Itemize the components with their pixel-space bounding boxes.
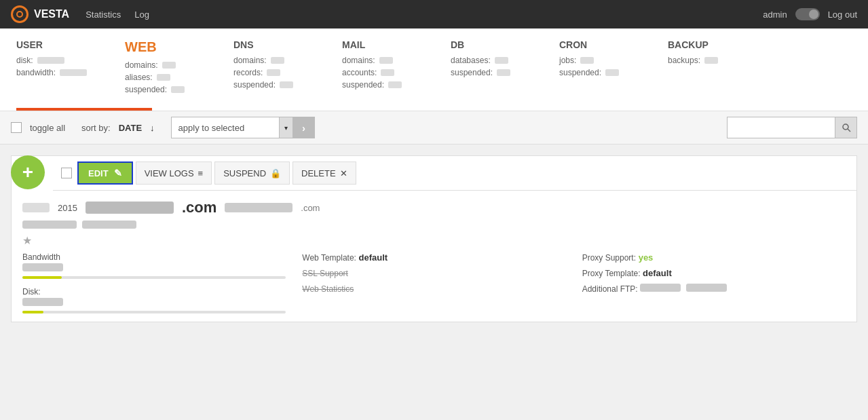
search-icon: [842, 123, 851, 132]
svg-point-1: [843, 124, 848, 130]
stats-mail-suspended: suspended:: [342, 80, 437, 90]
disk-val: [22, 298, 63, 306]
edit-icon: ✎: [114, 168, 122, 178]
viewlogs-button[interactable]: VIEW LOGS ≡: [136, 161, 212, 185]
proxy-template-label: Proxy Template:: [582, 269, 641, 278]
domain-name-blurred: [86, 202, 174, 214]
stats-backup-title: BACKUP: [668, 39, 763, 50]
stats-user: USER disk: bandwidth:: [16, 39, 125, 80]
search-button[interactable]: [835, 117, 857, 138]
nav-link-log[interactable]: Log: [134, 9, 149, 20]
additional-ftp-label: Additional FTP:: [582, 284, 638, 294]
stats-web-suspended-label: suspended:: [125, 85, 167, 94]
apply-dropdown-btn[interactable]: ▾: [280, 117, 293, 138]
stats-web-domains: domains:: [125, 60, 220, 70]
stats-web-suspended-val: [171, 86, 185, 93]
domain-info: 2015 .com .com ★ Bandwidth: [12, 191, 856, 322]
domain-checkbox[interactable]: [61, 168, 72, 178]
stats-user-bandwidth: bandwidth:: [16, 68, 111, 77]
domain-card: EDIT ✎ VIEW LOGS ≡ SUSPEND 🔒 DELETE ✕ 20…: [11, 155, 857, 322]
domain-year: 2015: [58, 203, 77, 213]
stats-user-disk-val: [37, 57, 64, 64]
stats-cron-jobs-val: [580, 57, 594, 64]
bandwidth-label: Bandwidth: [22, 252, 286, 262]
stats-mail-domains-label: domains:: [342, 56, 375, 65]
suspend-button[interactable]: SUSPEND 🔒: [214, 161, 290, 185]
stats-cron-jobs-label: jobs:: [559, 56, 576, 65]
apply-select-wrap: apply to selected ▾ ›: [171, 117, 315, 138]
stats-mail-accounts: accounts:: [342, 68, 437, 77]
stats-web-aliases-label: aliases:: [125, 73, 153, 82]
theme-toggle[interactable]: [795, 8, 820, 20]
stats-cron: CRON jobs: suspended:: [559, 39, 668, 80]
apply-go-button[interactable]: ›: [293, 117, 315, 138]
detail-web-template: Web Template: default: [302, 252, 565, 263]
bandwidth-progress-wrap: [22, 276, 286, 279]
stats-user-title: USER: [16, 39, 111, 50]
domain-star[interactable]: ★: [22, 234, 846, 247]
nav-right: admin Log out: [763, 8, 857, 20]
stats-backup-backups-label: backups:: [668, 56, 700, 65]
delete-button[interactable]: DELETE ✕: [293, 161, 356, 185]
stats-db: DB databases: suspended:: [451, 39, 559, 80]
detail-col-2: Web Template: default SSL Support Web St…: [302, 252, 565, 313]
stats-mail-suspended-val: [388, 81, 402, 88]
nav-username: admin: [763, 9, 787, 20]
edit-button[interactable]: EDIT ✎: [77, 161, 133, 185]
stats-dns-domains-val: [271, 57, 284, 64]
web-template-label: Web Template:: [302, 253, 356, 263]
add-domain-button[interactable]: +: [11, 155, 45, 189]
suspend-icon: 🔒: [270, 168, 281, 178]
disk-progress-wrap: [22, 311, 286, 313]
stats-backup: BACKUP backups:: [668, 39, 776, 68]
nav-links: Statistics Log: [86, 9, 747, 20]
web-template-value: default: [359, 252, 388, 263]
stats-dns-suspended-val: [280, 81, 293, 88]
domain-header: 2015 .com .com: [22, 199, 846, 216]
apply-select[interactable]: apply to selected: [171, 117, 280, 138]
top-nav: VESTA Statistics Log admin Log out: [0, 0, 868, 28]
delete-icon: ✕: [340, 168, 347, 178]
stats-web-suspended: suspended:: [125, 85, 220, 94]
stats-backup-backups-val: [704, 57, 718, 64]
logout-button[interactable]: Log out: [828, 9, 857, 20]
detail-col-3: Proxy Support: yes Proxy Template: defau…: [582, 252, 846, 313]
toggle-all-checkbox[interactable]: [11, 122, 22, 133]
stats-db-suspended-val: [497, 69, 510, 76]
logo-icon: [11, 5, 29, 23]
stats-web-domains-label: domains:: [125, 60, 158, 70]
search-input[interactable]: [727, 117, 835, 138]
proxy-support-label: Proxy Support:: [582, 253, 636, 263]
stats-db-suspended-label: suspended:: [451, 68, 493, 77]
detail-proxy-template: Proxy Template: default: [582, 268, 846, 278]
stats-dns-records: records:: [233, 68, 328, 77]
toolbar: toggle all sort by: DATE ↓ apply to sele…: [0, 111, 868, 145]
stats-cron-suspended-label: suspended:: [559, 68, 601, 77]
delete-label: DELETE: [301, 168, 336, 178]
stats-db-databases: databases:: [451, 56, 546, 65]
stats-mail: MAIL domains: accounts: suspended:: [342, 39, 451, 92]
stats-user-bandwidth-val: [60, 69, 87, 76]
sort-field[interactable]: DATE: [119, 123, 142, 133]
bandwidth-progress-fill: [22, 276, 62, 279]
main-content: + EDIT ✎ VIEW LOGS ≡ SUSPEND 🔒 DELETE ✕: [0, 145, 868, 330]
edit-label: EDIT: [88, 168, 109, 178]
stats-cron-title: CRON: [559, 39, 654, 50]
stats-web-domains-val: [162, 62, 176, 69]
stats-web-aliases-val: [157, 74, 170, 81]
stats-cron-jobs: jobs:: [559, 56, 654, 65]
logo-text: VESTA: [34, 8, 69, 20]
disk-label: Disk:: [22, 287, 286, 297]
detail-web-statistics: Web Statistics: [302, 284, 565, 294]
svg-point-0: [17, 12, 22, 17]
stats-user-bandwidth-label: bandwidth:: [16, 68, 56, 77]
stats-bar: USER disk: bandwidth: WEB domains: alias…: [0, 28, 868, 111]
sort-by-label: sort by:: [81, 123, 111, 133]
nav-link-statistics[interactable]: Statistics: [86, 9, 121, 20]
stats-web: WEB domains: aliases: suspended:: [125, 39, 233, 97]
logo: VESTA: [11, 5, 69, 23]
detail-bandwidth: Bandwidth: [22, 252, 286, 279]
stats-dns-suspended: suspended:: [233, 80, 328, 90]
sort-arrow-icon: ↓: [150, 123, 155, 133]
stats-db-databases-val: [495, 57, 508, 64]
